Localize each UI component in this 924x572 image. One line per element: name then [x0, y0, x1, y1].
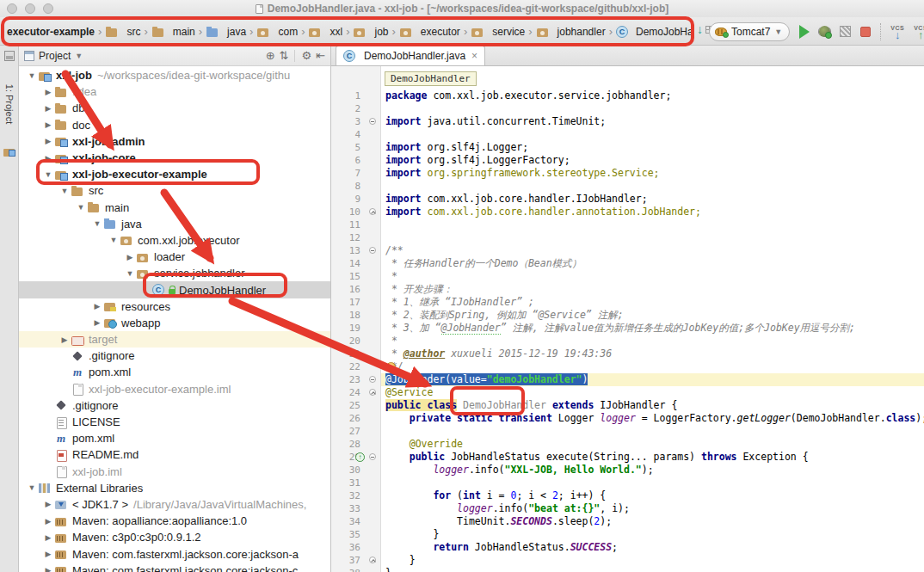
expand-arrow-icon[interactable]: ▶	[124, 253, 136, 261]
run-button[interactable]	[799, 25, 810, 39]
tree-item-external-libraries[interactable]: ▼External Libraries	[19, 480, 330, 496]
breadcrumb-item-java[interactable]: java	[206, 26, 246, 38]
run-configuration-select[interactable]: Tomcat7 ▼	[709, 22, 790, 41]
tree-item-xxl-job-admin[interactable]: ▶xxl-job-admin	[19, 133, 330, 150]
debug-button[interactable]	[819, 26, 830, 37]
tree-item--idea[interactable]: ▶.idea	[19, 83, 330, 100]
fold-close-icon[interactable]	[369, 557, 376, 563]
tree-item-xxl-job[interactable]: ▼xxl-job ~/workspaces/idea-git-workspace…	[19, 67, 330, 83]
close-window-button[interactable]	[7, 3, 17, 14]
breadcrumb-item-demojobhandler[interactable]: CDemoJobHandler	[616, 26, 692, 38]
navbar-down-arrow-icon[interactable]: ↓	[697, 23, 703, 35]
tree-item-loader[interactable]: ▶loader	[19, 249, 330, 265]
tree-item-demojobhandler[interactable]: CDemoJobHandler	[19, 281, 330, 298]
expand-arrow-icon[interactable]: ▶	[42, 566, 54, 572]
expand-arrow-icon[interactable]: ▶	[42, 154, 54, 163]
vcs-commit-button[interactable]: VCS ↑	[914, 25, 924, 39]
tree-item-license[interactable]: LICENSE	[19, 414, 330, 430]
chevron-down-icon[interactable]: ▼	[75, 52, 83, 60]
expand-arrow-icon[interactable]: ▼	[59, 187, 71, 195]
fold-close-icon[interactable]	[369, 389, 376, 396]
intention-bulb-icon[interactable]	[386, 362, 396, 372]
fold-close-icon[interactable]	[369, 208, 376, 215]
tool-window-icon[interactable]	[4, 51, 15, 61]
tree-item-xxl-job-core[interactable]: ▶xxl-job-core	[19, 150, 330, 166]
tree-item-maven-com-fasterxml-jackson-core-jackson-c[interactable]: ▶Maven: com.fasterxml.jackson.core:jacks…	[19, 563, 330, 572]
tree-item-pom-xml[interactable]: mpom.xml	[19, 430, 330, 446]
expand-arrow-icon[interactable]: ▶	[91, 318, 103, 327]
breadcrumb-item-src[interactable]: src	[105, 26, 140, 38]
breadcrumb-item-executor-example[interactable]: executor-example	[7, 26, 95, 38]
expand-arrow-icon[interactable]: ▶	[42, 137, 54, 145]
collapse-all-button[interactable]: ⇅	[280, 50, 289, 61]
tree-item-xxl-job-iml[interactable]: xxl-job.iml	[19, 464, 330, 480]
coverage-button[interactable]	[840, 26, 851, 37]
expand-arrow-icon[interactable]: ▼	[26, 71, 38, 80]
expand-arrow-icon[interactable]: ▶	[42, 533, 54, 542]
tree-item-xxl-job-executor-example-iml[interactable]: xxl-job-executor-example.iml	[19, 381, 330, 397]
code-text: public class DemoJobHandler extends IJob…	[381, 399, 924, 412]
tree-item-src[interactable]: ▼src	[19, 182, 330, 199]
fold-open-icon[interactable]	[369, 376, 376, 383]
expand-arrow-icon[interactable]: ▼	[91, 219, 103, 228]
tree-item-xxl-job-executor-example[interactable]: ▼xxl-job-executor-example	[19, 166, 330, 182]
close-tab-icon[interactable]: ×	[470, 50, 477, 62]
stop-button[interactable]	[860, 27, 871, 37]
minimize-window-button[interactable]	[25, 3, 35, 14]
expand-arrow-icon[interactable]: ▶	[42, 88, 54, 96]
tree-item-target[interactable]: ▶target	[19, 331, 330, 348]
tree-item-maven-aopalliance-aopalliance-1-0[interactable]: ▶Maven: aopalliance:aopalliance:1.0	[19, 513, 330, 529]
breadcrumb-item-job[interactable]: job	[353, 26, 388, 38]
fold-open-icon[interactable]	[369, 247, 376, 254]
expand-arrow-icon[interactable]: ▼	[124, 269, 136, 278]
tree-item--gitignore[interactable]: .gitignore	[19, 348, 330, 364]
locate-file-button[interactable]: ⊕	[266, 50, 275, 61]
breadcrumb-item-executor[interactable]: executor	[399, 26, 460, 38]
expand-arrow-icon[interactable]: ▼	[75, 203, 87, 212]
tree-item-resources[interactable]: ▶resources	[19, 298, 330, 315]
tree-item-maven-com-fasterxml-jackson-core-jackson-a[interactable]: ▶Maven: com.fasterxml.jackson.core:jacks…	[19, 545, 330, 562]
code-text	[381, 180, 924, 193]
tree-item--jdk1-7-[interactable]: ▶< JDK1.7 > /Library/Java/JavaVirtualMac…	[19, 496, 330, 513]
tree-item-com-xxl-job-executor[interactable]: ▼com.xxl.job.executor	[19, 232, 330, 249]
tree-item--gitignore[interactable]: .gitignore	[19, 397, 330, 414]
tree-item-doc[interactable]: ▶doc	[19, 117, 330, 133]
breadcrumb-item-jobhandler[interactable]: jobhandler	[536, 26, 606, 38]
vcs-update-button[interactable]: VCS ↓	[890, 25, 904, 39]
tree-item-db[interactable]: ▶db	[19, 100, 330, 116]
tree-item-main[interactable]: ▼main	[19, 200, 330, 216]
zoom-window-button[interactable]	[43, 3, 53, 14]
expand-arrow-icon[interactable]: ▶	[42, 517, 54, 526]
expand-arrow-icon[interactable]: ▼	[108, 236, 120, 244]
project-folder-icon[interactable]	[3, 147, 15, 157]
hide-panel-button[interactable]: ⇤	[316, 50, 325, 61]
breadcrumb-item-com[interactable]: com	[256, 26, 298, 38]
override-gutter-icon[interactable]: ↑	[355, 452, 365, 462]
breadcrumb-item-service[interactable]: service	[471, 26, 525, 38]
expand-arrow-icon[interactable]: ▶	[59, 335, 71, 344]
tree-item-maven-c3p0-c3p0-0-9-1-2[interactable]: ▶Maven: c3p0:c3p0:0.9.1.2	[19, 529, 330, 545]
project-panel-title[interactable]: Project	[39, 50, 71, 62]
tree-item-webapp[interactable]: ▶webapp	[19, 315, 330, 331]
tree-item-service-jobhandler[interactable]: ▼service.jobhandler	[19, 265, 330, 281]
project-stripe-button[interactable]: 1: Project	[4, 66, 15, 142]
expand-arrow-icon[interactable]: ▶	[42, 550, 54, 558]
tree-item-java[interactable]: ▼java	[19, 216, 330, 232]
breadcrumb-item-main[interactable]: main	[151, 26, 195, 38]
editor-tab[interactable]: C DemoJobHandler.java ×	[336, 46, 485, 65]
fold-open-icon[interactable]	[369, 453, 376, 460]
expand-arrow-icon[interactable]: ▶	[42, 500, 54, 508]
line-number: 26	[331, 412, 366, 425]
fold-open-icon[interactable]	[369, 118, 376, 125]
expand-arrow-icon[interactable]: ▶	[91, 302, 103, 311]
expand-arrow-icon[interactable]: ▶	[42, 104, 54, 113]
expand-arrow-icon[interactable]: ▼	[42, 170, 54, 179]
tree-item-readme-md[interactable]: README.md	[19, 446, 330, 463]
folderblue-icon	[103, 218, 117, 230]
expand-arrow-icon[interactable]: ▼	[26, 483, 38, 492]
editor-surface[interactable]: DemoJobHandler 1package com.xxl.job.exec…	[331, 66, 924, 572]
breadcrumb-item-xxl[interactable]: xxl	[308, 26, 342, 38]
settings-gear-button[interactable]: ⚙	[301, 50, 311, 61]
tree-item-pom-xml[interactable]: mpom.xml	[19, 364, 330, 380]
expand-arrow-icon[interactable]: ▶	[42, 120, 54, 129]
